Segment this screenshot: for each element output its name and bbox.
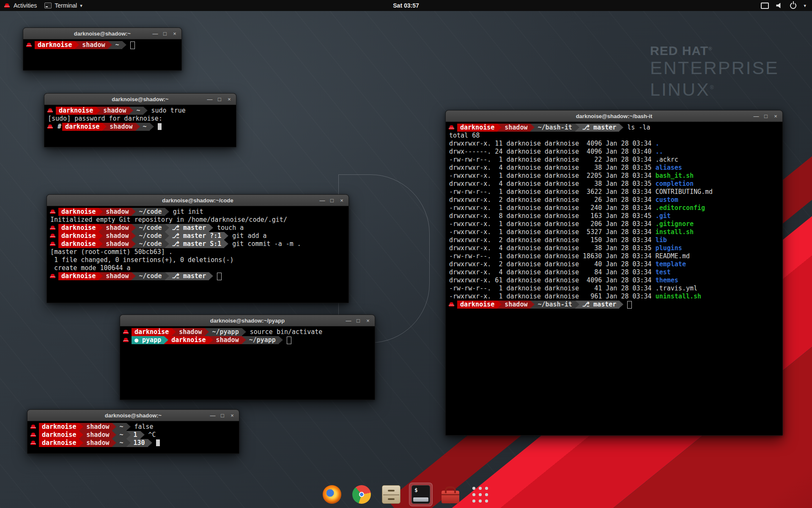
- terminal-line: Initialized empty Git repository in /hom…: [48, 216, 347, 224]
- dock: [320, 483, 492, 506]
- command-text: false: [131, 423, 154, 431]
- prompt-segment-user: darknoise: [168, 336, 208, 344]
- terminal-window-w2[interactable]: darknoise@shadow:~—□×darknoiseshadow~sud…: [44, 93, 236, 147]
- root-indicator: #: [56, 123, 62, 131]
- powerline-arrow-icon: [242, 328, 246, 336]
- minimize-button[interactable]: —: [151, 29, 159, 38]
- file-name: .: [656, 140, 659, 148]
- maximize-button[interactable]: □: [354, 316, 362, 325]
- terminal-line: -rwxrwxr-x. 1 darknoise darknoise 240 Ja…: [447, 204, 781, 212]
- powerline-arrow-icon: [209, 336, 213, 344]
- activities-button[interactable]: Activities: [0, 0, 41, 11]
- prompt-segment-git: ⎇ master: [169, 224, 209, 232]
- maximize-button[interactable]: □: [218, 411, 227, 420]
- terminal-line: darknoiseshadow~/codegit init: [48, 208, 347, 216]
- terminal-line: darknoiseshadow~false: [29, 423, 238, 431]
- minimize-button[interactable]: —: [318, 196, 326, 204]
- minimize-button[interactable]: —: [344, 316, 353, 325]
- power-icon[interactable]: [790, 3, 796, 9]
- chrome-dock-icon[interactable]: [350, 483, 373, 506]
- display-icon[interactable]: [761, 3, 769, 9]
- powerline-arrow-icon: [164, 336, 168, 344]
- prompt-segment-user: darknoise: [58, 232, 99, 240]
- terminal-window-w4[interactable]: darknoise@shadow:~/pyapp—□×darknoiseshad…: [120, 315, 375, 400]
- file-name: bash_it.sh: [656, 172, 694, 180]
- terminal-window-w6[interactable]: darknoise@shadow:~/bash-it—□×darknoisesh…: [445, 110, 783, 436]
- clock[interactable]: Sat 03:57: [393, 2, 419, 9]
- firefox-dock-icon[interactable]: [320, 483, 344, 506]
- powerline-arrow-icon: [136, 123, 140, 131]
- terminal-cursor: [627, 301, 632, 309]
- prompt-segment-path: ~/code: [136, 224, 165, 232]
- minimize-button[interactable]: —: [208, 411, 217, 420]
- close-button[interactable]: ×: [228, 411, 236, 420]
- close-button[interactable]: ×: [337, 196, 346, 204]
- powerline-arrow-icon: [126, 423, 131, 431]
- powerline-arrow-icon: [497, 301, 502, 309]
- terminal-window-w5[interactable]: darknoise@shadow:~—□×darknoiseshadow~fal…: [27, 409, 239, 454]
- terminal-output[interactable]: darknoiseshadow~/codegit initInitialized…: [47, 206, 348, 303]
- maximize-button[interactable]: □: [328, 196, 336, 204]
- app-menu-terminal[interactable]: Terminal ▾: [41, 0, 86, 11]
- prompt-segment-git: ⎇ master: [579, 124, 620, 132]
- terminal-window-w3[interactable]: darknoise@shadow:~/code—□×darknoiseshado…: [47, 194, 349, 303]
- terminal-window-w1[interactable]: darknoise@shadow:~—□×darknoiseshadow~: [23, 28, 182, 71]
- software-dock-icon[interactable]: [439, 483, 462, 506]
- volume-icon[interactable]: [776, 3, 783, 8]
- close-button[interactable]: ×: [170, 29, 179, 38]
- window-titlebar[interactable]: darknoise@shadow:~/code—□×: [47, 195, 348, 206]
- maximize-button[interactable]: □: [215, 95, 224, 103]
- file-name: test: [656, 268, 671, 276]
- terminal-line: drwxrwxr-x. 4 darknoise darknoise 38 Jan…: [447, 180, 781, 188]
- app-grid-dock-icon[interactable]: [468, 483, 492, 506]
- window-title: darknoise@shadow:~/pyapp: [210, 318, 285, 324]
- powerline-arrow-icon: [242, 336, 246, 344]
- prompt-segment-path: ~: [140, 123, 150, 131]
- chrome-icon-art: [352, 485, 371, 504]
- powerline-arrow-icon: [79, 431, 83, 439]
- prompt-segment-host: shadow: [103, 208, 132, 216]
- files-dock-icon[interactable]: [379, 483, 403, 506]
- file-meta: -rw-rw-r--. 1 darknoise darknoise 22 Jan…: [447, 156, 656, 164]
- window-titlebar[interactable]: darknoise@shadow:~—□×: [27, 410, 239, 421]
- terminal-output[interactable]: darknoiseshadow~/bash-it⎇ masterls -lato…: [446, 122, 782, 435]
- close-button[interactable]: ×: [225, 95, 233, 103]
- file-meta: -rwxrwxr-x. 1 darknoise darknoise 5327 J…: [447, 228, 656, 236]
- prompt-segment-path: ~/bash-it: [535, 124, 575, 132]
- maximize-button[interactable]: □: [762, 112, 770, 120]
- close-button[interactable]: ×: [364, 316, 372, 325]
- terminal-cursor: [156, 439, 160, 446]
- prompt-segment-user: darknoise: [457, 124, 497, 132]
- terminal-output[interactable]: darknoiseshadow~sudo true[sudo] password…: [44, 105, 236, 147]
- terminal-line: [sudo] password for darknoise:: [46, 115, 235, 123]
- window-title: darknoise@shadow:~: [74, 30, 131, 37]
- terminal-line: drwxrwxr-x. 61 darknoise darknoise 4096 …: [447, 276, 781, 284]
- powerline-arrow-icon: [575, 124, 579, 132]
- terminal-dock-icon[interactable]: [409, 483, 433, 506]
- system-menu-chevron-icon[interactable]: ▾: [804, 3, 806, 8]
- file-meta: drwxrwxr-x. 2 darknoise darknoise 40 Jan…: [447, 260, 656, 268]
- window-title: darknoise@shadow:~/bash-it: [576, 113, 653, 119]
- window-titlebar[interactable]: darknoise@shadow:~/bash-it—□×: [446, 110, 782, 122]
- minimize-button[interactable]: —: [752, 112, 760, 120]
- prompt-segment-git: ⎇ master S:1: [169, 240, 225, 248]
- file-name: themes: [656, 276, 678, 284]
- terminal-output[interactable]: darknoiseshadow~/pyappsource bin/activat…: [120, 326, 375, 400]
- window-titlebar[interactable]: darknoise@shadow:~/pyapp—□×: [120, 315, 375, 326]
- maximize-button[interactable]: □: [161, 29, 169, 38]
- output-text: [sudo] password for darknoise:: [46, 115, 162, 123]
- window-titlebar[interactable]: darknoise@shadow:~—□×: [23, 28, 181, 39]
- terminal-output[interactable]: darknoiseshadow~: [23, 39, 181, 70]
- powerline-arrow-icon: [99, 224, 103, 232]
- minimize-button[interactable]: —: [206, 95, 214, 103]
- file-name: .git: [656, 212, 671, 220]
- terminal-output[interactable]: darknoiseshadow~falsedarknoiseshadow~1^C…: [27, 421, 239, 453]
- terminal-line: darknoiseshadow~/bash-it⎇ masterls -la: [447, 124, 781, 132]
- close-button[interactable]: ×: [771, 112, 780, 120]
- powerline-arrow-icon: [122, 41, 126, 49]
- system-status-area: ▾: [761, 3, 812, 9]
- terminal-line: -rwxrwxr-x. 1 darknoise darknoise 5327 J…: [447, 228, 781, 236]
- file-meta: -rw-rw-r--. 1 darknoise darknoise 41 Jan…: [447, 284, 656, 293]
- window-titlebar[interactable]: darknoise@shadow:~—□×: [44, 94, 236, 105]
- powerline-arrow-icon: [165, 208, 169, 216]
